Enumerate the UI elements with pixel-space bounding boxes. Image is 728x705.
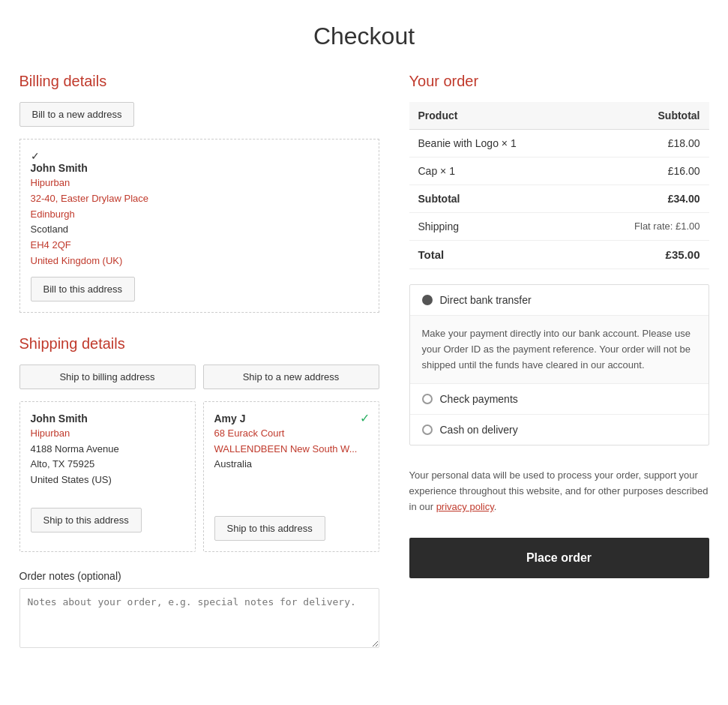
order-item-2-name: Cap × 1 [409, 158, 584, 185]
shipping-top-row: Ship to billing address Ship to a new ad… [19, 364, 379, 389]
bill-to-address-button[interactable]: Bill to this address [31, 277, 136, 302]
order-notes-section: Order notes (optional) [19, 570, 379, 650]
right-column: Your order Product Subtotal Beanie with … [409, 73, 709, 650]
bill-new-address-button[interactable]: Bill to a new address [19, 102, 135, 127]
order-item-2-subtotal: £16.00 [583, 158, 709, 185]
cash-on-delivery-label: Cash on delivery [440, 424, 518, 436]
payment-section: Direct bank transfer Make your payment d… [409, 284, 709, 446]
radio-bank-transfer [422, 295, 433, 305]
shipping-line1-2: 68 Eurack Court [214, 426, 368, 442]
shipping-address-card-1: John Smith Hipurban 4188 Norma Avenue Al… [19, 401, 196, 552]
order-item-row-1: Beanie with Logo × 1 £18.00 [409, 130, 709, 158]
order-item-row-2: Cap × 1 £16.00 [409, 158, 709, 185]
page-title: Checkout [0, 0, 728, 73]
billing-address-card: ✓ John Smith Hipurban 32-40, Easter Dryl… [19, 139, 379, 313]
order-shipping-row: Shipping Flat rate: £1.00 [409, 213, 709, 241]
left-column: Billing details Bill to a new address ✓ … [19, 73, 379, 650]
payment-option-check[interactable]: Check payments [410, 384, 709, 415]
ship-to-address-button-2[interactable]: Ship to this address [214, 516, 325, 541]
shipping-line2-2: WALLENDBEEN New South W... [214, 442, 368, 458]
radio-check-payments [422, 394, 433, 404]
billing-title: Billing details [19, 73, 379, 90]
shipping-name-2: Amy J [214, 412, 368, 424]
shipping-value: Flat rate: £1.00 [583, 213, 709, 241]
billing-postcode: EH4 2QF [31, 238, 368, 254]
order-item-1-name: Beanie with Logo × 1 [409, 130, 584, 158]
order-notes-label: Order notes (optional) [19, 570, 379, 582]
total-label: Total [409, 241, 584, 269]
order-subtotal-row: Subtotal £34.00 [409, 185, 709, 213]
billing-section: Billing details Bill to a new address ✓ … [19, 73, 379, 313]
privacy-policy-link[interactable]: privacy policy [436, 501, 494, 512]
shipping-line2-1: 4188 Norma Avenue [31, 442, 184, 458]
subtotal-column-header: Subtotal [583, 102, 709, 130]
shipping-line1-1: Hipurban [31, 426, 184, 442]
payment-option-bank-transfer[interactable]: Direct bank transfer [410, 285, 709, 316]
ship-billing-address-button[interactable]: Ship to billing address [19, 364, 196, 389]
shipping-country-2: Australia [214, 457, 368, 472]
billing-check-icon: ✓ [31, 150, 40, 162]
shipping-city-state-1: Alto, TX 75925 [31, 457, 184, 472]
billing-city: Edinburgh [31, 207, 368, 223]
shipping-addresses-container: John Smith Hipurban 4188 Norma Avenue Al… [19, 401, 379, 552]
order-item-1-subtotal: £18.00 [583, 130, 709, 158]
order-total-row: Total £35.00 [409, 241, 709, 269]
place-order-button[interactable]: Place order [409, 538, 709, 578]
shipping-name-1: John Smith [31, 412, 184, 424]
total-value: £35.00 [583, 241, 709, 269]
bank-transfer-description: Make your payment directly into our bank… [410, 316, 709, 384]
shipping-address-card-2: ✓ Amy J 68 Eurack Court WALLENDBEEN New … [203, 401, 379, 552]
subtotal-value: £34.00 [583, 185, 709, 213]
radio-cash-on-delivery [422, 424, 433, 435]
check-payments-label: Check payments [440, 393, 518, 405]
order-table-header-row: Product Subtotal [409, 102, 709, 130]
billing-country: United Kingdom (UK) [31, 254, 368, 269]
subtotal-label: Subtotal [409, 185, 584, 213]
payment-option-cod[interactable]: Cash on delivery [410, 415, 709, 445]
privacy-notice: Your personal data will be used to proce… [409, 458, 709, 525]
shipping-label: Shipping [409, 213, 584, 241]
product-column-header: Product [409, 102, 584, 130]
bank-transfer-label: Direct bank transfer [440, 294, 532, 306]
shipping-country-1: United States (US) [31, 472, 184, 488]
billing-name: John Smith [31, 162, 368, 174]
your-order-title: Your order [409, 73, 709, 90]
shipping-title: Shipping details [19, 335, 379, 352]
ship-new-address-button[interactable]: Ship to a new address [203, 364, 379, 389]
order-notes-textarea[interactable] [19, 588, 379, 648]
billing-region: Scotland [31, 222, 368, 238]
shipping-section: Shipping details Ship to billing address… [19, 335, 379, 552]
shipping-check-icon-2: ✓ [360, 411, 370, 425]
order-table: Product Subtotal Beanie with Logo × 1 £1… [409, 102, 709, 269]
ship-to-address-button-1[interactable]: Ship to this address [31, 508, 142, 532]
billing-line2: 32-40, Easter Drylaw Place [31, 191, 368, 207]
billing-line1: Hipurban [31, 176, 368, 191]
